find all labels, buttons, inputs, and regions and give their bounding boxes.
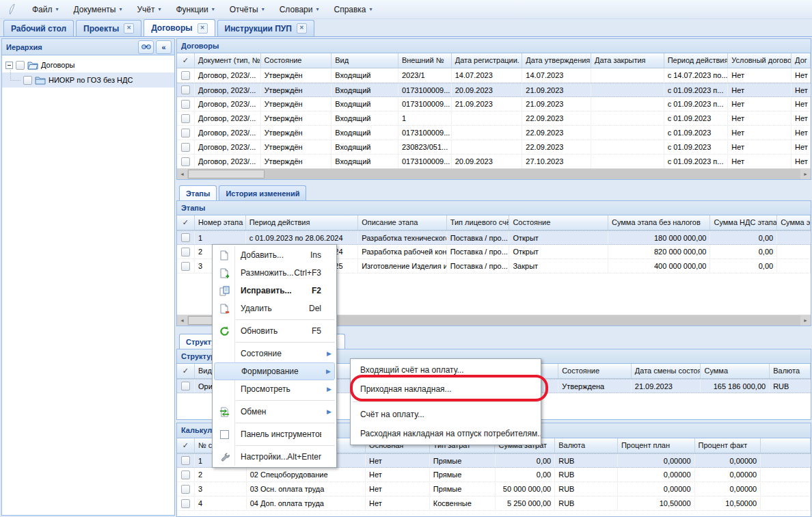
select-all-column-header[interactable]: ✓: [177, 364, 195, 378]
column-header[interactable]: Условный договор: [728, 53, 791, 68]
column-header[interactable]: Сумма: [701, 364, 770, 378]
table-row[interactable]: 202 СпецоборудованиеНетПрямые0,00RUB0,00…: [177, 468, 811, 482]
row-checkbox[interactable]: [181, 456, 190, 465]
row-checkbox[interactable]: [181, 157, 190, 166]
close-tab-icon[interactable]: ✕: [198, 23, 208, 34]
expander-icon[interactable]: [5, 62, 13, 69]
table-row[interactable]: Договор, 2023/...УтверждёнВходящий2023/1…: [177, 68, 811, 83]
column-header[interactable]: Дата закрытия: [591, 53, 664, 68]
menubar-item[interactable]: Справка▾: [326, 2, 379, 17]
select-all-column-header[interactable]: ✓: [177, 53, 195, 68]
column-header[interactable]: Валюта: [555, 438, 618, 453]
column-header[interactable]: Номер этапа: [195, 215, 246, 230]
tree-checkbox[interactable]: [23, 76, 32, 85]
column-header[interactable]: Процент факт: [695, 438, 761, 453]
row-checkbox[interactable]: [181, 100, 190, 109]
row-checkbox[interactable]: [181, 129, 190, 137]
menubar-item[interactable]: Словари▾: [272, 2, 327, 17]
table-row[interactable]: 1с 01.09.2023 по 28.06.2024Разработка те…: [177, 230, 811, 245]
menubar-item[interactable]: Учёт▾: [129, 2, 168, 17]
submenu-item[interactable]: Расходная накладная на отпуск потребител…: [351, 424, 541, 443]
column-header[interactable]: Дата смены состоя: [632, 364, 701, 378]
context-menu-item[interactable]: Состояние▶: [214, 345, 335, 362]
close-tab-icon[interactable]: ✕: [124, 23, 134, 34]
context-menu-item[interactable]: Панель инструментов: [214, 425, 335, 443]
scroll-right-icon[interactable]: ►: [800, 169, 811, 179]
column-header[interactable]: Внешний №: [398, 53, 452, 68]
submenu-item[interactable]: Счёт на оплату...: [351, 405, 541, 424]
column-header[interactable]: Дата регистрации.: [452, 53, 523, 68]
table-row[interactable]: Договор, 2023/...УтверждёнВходящий017310…: [177, 83, 811, 97]
context-menu-item[interactable]: Настройки...Alt+Enter: [214, 448, 335, 466]
row-checkbox[interactable]: [181, 470, 190, 479]
column-header[interactable]: Состояние: [509, 215, 608, 230]
column-header[interactable]: Период действия..: [664, 53, 729, 68]
table-row[interactable]: Договор, 2023/...УтверждёнВходящий017310…: [177, 126, 811, 140]
submenu-item[interactable]: Входящий счёт на оплату...: [351, 360, 541, 380]
menubar-item[interactable]: Документы▾: [66, 2, 130, 17]
column-header[interactable]: Тип лицевого счёт: [447, 215, 510, 230]
horizontal-scrollbar[interactable]: ◄ ►: [177, 168, 811, 179]
tree-node[interactable]: НИОКР по ГОЗ без НДС: [2, 72, 174, 88]
context-menu-item[interactable]: Размножить...Ctrl+F3: [214, 264, 335, 282]
context-menu-item[interactable]: Просмотреть▶: [214, 380, 335, 398]
column-header[interactable]: Дог: [791, 53, 811, 68]
column-header[interactable]: Описание этапа: [358, 215, 447, 230]
select-all-column-header[interactable]: ✓: [177, 215, 195, 230]
collapse-panel-button[interactable]: «: [156, 40, 172, 54]
column-header[interactable]: Документ (тип, №: [195, 53, 261, 68]
close-tab-icon[interactable]: ✕: [297, 23, 307, 34]
select-all-column-header[interactable]: ✓: [177, 438, 195, 453]
row-checkbox[interactable]: [181, 262, 190, 271]
submenu-item[interactable]: Приходная накладная...: [351, 380, 541, 399]
main-tab[interactable]: Рабочий стол: [3, 20, 74, 36]
column-header[interactable]: Период действия: [246, 215, 358, 230]
row-checkbox[interactable]: [181, 248, 190, 256]
main-tab[interactable]: Инструкции ПУП✕: [217, 20, 314, 36]
row-checkbox[interactable]: [181, 143, 190, 152]
context-menu-item[interactable]: Исправить...F2: [214, 282, 335, 300]
column-header[interactable]: Валюта: [770, 364, 811, 378]
context-menu-item[interactable]: Формирование▶: [214, 362, 335, 380]
table-row[interactable]: Договор, 2023/...УтверждёнВходящий230823…: [177, 140, 811, 155]
tab-stages[interactable]: Этапы: [179, 185, 217, 200]
main-tab[interactable]: Проекты✕: [76, 20, 141, 36]
menubar-item[interactable]: Файл▾: [25, 2, 66, 17]
row-checkbox[interactable]: [181, 485, 190, 494]
find-button[interactable]: [138, 40, 154, 54]
context-menu-item[interactable]: Обмен▶: [214, 403, 335, 421]
column-header[interactable]: Процент план: [618, 438, 695, 453]
column-header[interactable]: Состояние: [261, 53, 332, 68]
scroll-left-icon[interactable]: ◄: [177, 315, 187, 326]
column-header[interactable]: Состояние: [558, 364, 632, 378]
context-menu-item[interactable]: УдалитьDel: [214, 300, 335, 317]
context-menu-item[interactable]: ОбновитьF5: [214, 322, 335, 340]
table-row[interactable]: Договор, 2023/...УтверждёнВходящий122.09…: [177, 111, 811, 126]
column-header[interactable]: Сумма НДС этапа: [710, 215, 777, 230]
table-row[interactable]: Договор, 2023/...УтверждёнВходящий017310…: [177, 155, 811, 169]
menubar-item[interactable]: Функции▾: [168, 2, 221, 17]
row-checkbox[interactable]: [181, 71, 190, 80]
row-checkbox[interactable]: [181, 85, 190, 94]
scroll-left-icon[interactable]: ◄: [177, 169, 187, 179]
tree-checkbox[interactable]: [16, 61, 25, 70]
row-checkbox[interactable]: [181, 382, 190, 390]
tab-history[interactable]: История изменений: [219, 185, 306, 200]
column-header[interactable]: Дата утверждения: [522, 53, 591, 68]
row-checkbox[interactable]: [181, 499, 190, 508]
row-checkbox[interactable]: [181, 233, 190, 242]
main-tab[interactable]: Договоры✕: [144, 19, 215, 36]
tree-node[interactable]: Договоры: [2, 57, 174, 72]
column-header[interactable]: [761, 438, 811, 453]
menubar-item[interactable]: Отчёты▾: [222, 2, 272, 17]
table-row[interactable]: 303 Осн. оплата трудаНетПрямые50 000 000…: [177, 482, 811, 496]
column-header[interactable]: Сумма э: [777, 215, 811, 230]
column-header[interactable]: Вид: [331, 53, 398, 68]
scroll-thumb[interactable]: [188, 170, 265, 178]
column-header[interactable]: Сумма этапа без налогов: [608, 215, 711, 230]
scroll-right-icon[interactable]: ►: [800, 315, 811, 326]
table-row[interactable]: 404 Доп. оплата трудаНетКосвенные5 250 0…: [177, 496, 811, 511]
row-checkbox[interactable]: [181, 114, 190, 123]
table-row[interactable]: Договор, 2023/...УтверждёнВходящий017310…: [177, 97, 811, 111]
context-menu-item[interactable]: Добавить...Ins: [214, 246, 335, 264]
